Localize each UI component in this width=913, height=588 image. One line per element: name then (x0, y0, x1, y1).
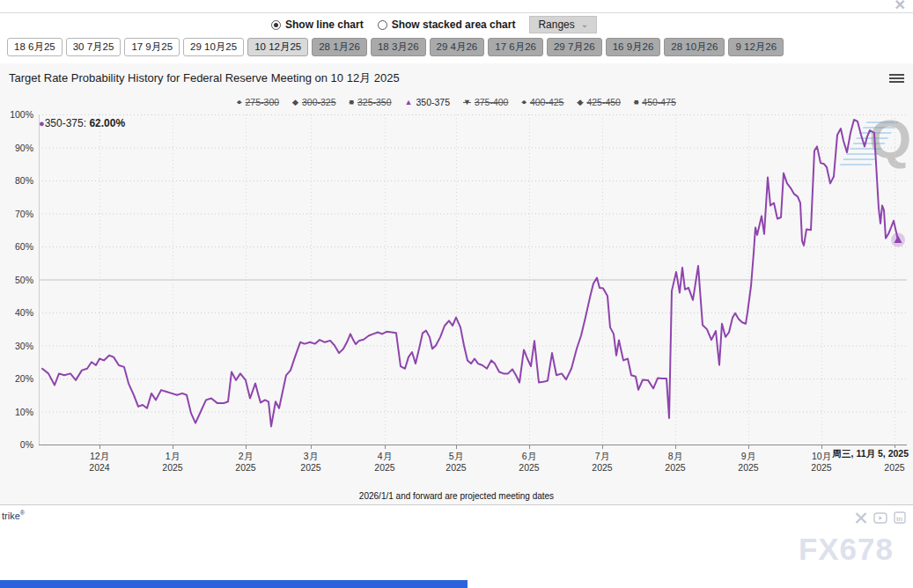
legend-item-450-475[interactable]: ■450-475 (634, 97, 676, 107)
x-axis-label: 4月2025 (350, 451, 420, 474)
y-axis-label: 30% (0, 341, 33, 351)
meeting-tab-13[interactable]: 9 12月26 (728, 38, 784, 56)
legend-label: 350-375 (416, 97, 450, 107)
series-line-350-375 (42, 120, 898, 426)
x-axis-label: 7月2025 (567, 451, 637, 474)
probability-line-chart[interactable] (0, 114, 913, 458)
triangle-up-icon: ▲ (405, 98, 413, 107)
radio-line-icon[interactable] (271, 20, 281, 30)
svg-text:in: in (896, 515, 902, 523)
x-axis-label: 2月2025 (210, 451, 281, 474)
close-icon[interactable]: ✕ (895, 0, 906, 13)
chart-footnote: 2026/1/1 and forward are projected meeti… (0, 491, 913, 501)
meeting-tab-5[interactable]: 10 12月25 (247, 38, 308, 56)
x-label-year: 2025 (210, 462, 281, 474)
x-label-month: 12月 (64, 451, 135, 462)
x-twitter-icon[interactable] (855, 512, 867, 524)
x-axis-label: 6月2025 (494, 451, 564, 474)
youtube-icon[interactable] (873, 512, 887, 524)
square-icon: ■ (350, 98, 354, 107)
circle-icon: ● (521, 98, 526, 107)
quikstrike-brand-label: trike® (2, 510, 25, 521)
y-axis-label: 10% (0, 407, 33, 417)
y-axis-label: 20% (0, 373, 33, 384)
legend-label: 450-475 (642, 97, 676, 107)
x-label-year: 2025 (137, 462, 208, 474)
chart-legend: ●275-300◆300-325■325-350▲350-375▼375-400… (0, 97, 913, 107)
radio-show-stacked-area-chart[interactable]: Show stacked area chart (378, 18, 516, 31)
circle-icon: ● (237, 98, 241, 107)
linkedin-icon[interactable]: in (894, 511, 906, 524)
meeting-tab-11[interactable]: 16 9月26 (606, 38, 661, 56)
y-axis-label: 40% (0, 307, 33, 318)
triangle-down-icon: ▼ (463, 98, 471, 107)
legend-item-350-375[interactable]: ▲350-375 (405, 97, 450, 107)
chart-card: Target Rate Probability History for Fede… (0, 63, 913, 505)
meeting-tab-1[interactable]: 18 6月25 (7, 38, 63, 56)
ranges-dropdown[interactable]: Ranges ⌄ (529, 16, 597, 33)
x-axis-label: 12月2024 (64, 451, 135, 474)
square-icon: ■ (634, 98, 638, 107)
legend-item-375-400[interactable]: ▼375-400 (463, 97, 508, 107)
meeting-tab-2[interactable]: 30 7月25 (66, 38, 121, 56)
x-label-year: 2025 (859, 462, 913, 474)
legend-item-400-425[interactable]: ●400-425 (521, 97, 563, 107)
meeting-tab-6[interactable]: 28 1月26 (312, 38, 367, 56)
x-label-month: 4月 (350, 451, 420, 462)
meeting-date-tabs: 18 6月2530 7月2517 9月2529 10月2510 12月2528 … (7, 38, 784, 56)
x-label-year: 2025 (494, 462, 564, 474)
ranges-label: Ranges (538, 18, 574, 31)
hover-date-label: 周三, 11月 5, 2025 (830, 448, 911, 460)
legend-item-275-300[interactable]: ●275-300 (237, 97, 279, 107)
legend-label: 375-400 (475, 97, 509, 107)
meeting-tab-12[interactable]: 28 10月26 (664, 38, 725, 56)
top-divider (0, 12, 913, 13)
x-label-month: 6月 (494, 451, 564, 462)
chart-title: Target Rate Probability History for Fede… (9, 70, 400, 86)
x-label-month: 9月 (713, 451, 784, 462)
social-links: in (855, 511, 906, 524)
radio-area-icon[interactable] (378, 20, 387, 30)
radio-area-label: Show stacked area chart (392, 18, 516, 31)
diamond-icon: ◆ (292, 98, 298, 107)
x-label-year: 2025 (350, 462, 420, 474)
chart-menu-icon[interactable] (889, 74, 904, 85)
meeting-tab-9[interactable]: 17 6月26 (488, 38, 543, 56)
meeting-tab-3[interactable]: 17 9月25 (124, 38, 180, 56)
x-axis-label: 8月2025 (640, 451, 711, 474)
y-axis-label: 80% (0, 175, 33, 186)
x-label-year: 2025 (276, 462, 346, 474)
chart-type-controls: Show line chart Show stacked area chart … (271, 16, 597, 33)
legend-label: 325-350 (357, 97, 392, 107)
x-axis-label: 3月2025 (276, 451, 346, 474)
x-label-month: 7月 (567, 451, 637, 462)
x-label-year: 2025 (786, 462, 857, 474)
x-label-year: 2025 (421, 462, 491, 474)
x-axis-label: 9月2025 (713, 451, 784, 474)
meeting-tab-8[interactable]: 29 4月26 (430, 38, 485, 56)
legend-label: 400-425 (530, 97, 564, 107)
x-label-month: 2月 (210, 451, 281, 462)
y-axis-label: 100% (0, 109, 33, 120)
chevron-down-icon: ⌄ (581, 20, 588, 29)
meeting-tab-7[interactable]: 18 3月26 (371, 38, 426, 56)
y-axis-label: 70% (0, 209, 33, 219)
meeting-tab-4[interactable]: 29 10月25 (183, 38, 244, 56)
legend-item-300-325[interactable]: ◆300-325 (292, 97, 335, 107)
x-axis-label: 1月2025 (137, 451, 208, 474)
legend-label: 275-300 (246, 97, 280, 107)
legend-label: 300-325 (302, 97, 336, 107)
x-label-year: 2025 (640, 462, 711, 474)
x-label-month: 8月 (640, 451, 711, 462)
x-label-month: 5月 (421, 451, 491, 462)
x-axis-label: 5月2025 (421, 451, 491, 474)
fedwatch-page: ✕ Show line chart Show stacked area char… (0, 0, 913, 588)
meeting-tab-10[interactable]: 29 7月26 (547, 38, 602, 56)
legend-item-425-450[interactable]: ◆425-450 (577, 97, 620, 107)
y-axis-label: 50% (0, 275, 33, 285)
x-label-year: 2025 (713, 462, 784, 474)
y-axis-label: 60% (0, 241, 33, 252)
legend-item-325-350[interactable]: ■325-350 (350, 97, 392, 107)
radio-show-line-chart[interactable]: Show line chart (271, 18, 364, 31)
x-label-year: 2025 (567, 462, 637, 474)
